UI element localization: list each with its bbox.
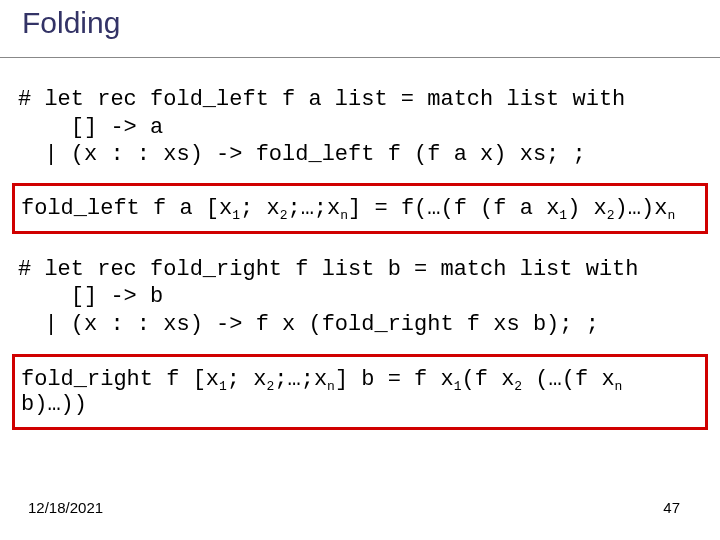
slide: { "title": "Folding", "code1_l1": "# let… (0, 0, 720, 540)
sub: 2 (514, 379, 522, 394)
sub: 1 (232, 208, 240, 223)
code-line: | (x : : xs) -> fold_left f (f a x) xs; … (18, 142, 586, 167)
eq-text: (…(f x (522, 367, 614, 392)
fold-left-equation: fold_left f a [x1; x2;…;xn] = f(…(f (f a… (12, 183, 708, 234)
fold-left-definition: # let rec fold_left f a list = match lis… (0, 58, 720, 169)
sub: n (340, 208, 348, 223)
sub: n (667, 208, 675, 223)
eq-text: ; x (227, 367, 267, 392)
sub: 2 (607, 208, 615, 223)
code-line: # let rec fold_left f a list = match lis… (18, 87, 625, 112)
footer: 12/18/2021 47 (0, 499, 720, 516)
footer-page-number: 47 (663, 499, 680, 516)
eq-text: ] b = f x (335, 367, 454, 392)
sub: n (327, 379, 335, 394)
eq-text: ) x (567, 196, 607, 221)
footer-date: 12/18/2021 (28, 499, 103, 516)
eq-text: )…)x (615, 196, 668, 221)
sub: 1 (219, 379, 227, 394)
eq-text: fold_right f [x (21, 367, 219, 392)
code-line: [] -> a (18, 115, 163, 140)
title-bar: Folding (0, 0, 720, 58)
code-line: | (x : : xs) -> f x (fold_right f xs b);… (18, 312, 599, 337)
eq-text: b)…)) (21, 392, 87, 417)
eq-text: ; x (240, 196, 280, 221)
page-title: Folding (0, 6, 120, 40)
sub: n (615, 379, 623, 394)
eq-text: fold_left f a [x (21, 196, 232, 221)
sub: 1 (454, 379, 462, 394)
fold-right-equation: fold_right f [x1; x2;…;xn] b = f x1(f x2… (12, 354, 708, 430)
eq-text: (f x (462, 367, 515, 392)
content-area: # let rec fold_left f a list = match lis… (0, 58, 720, 430)
code-line: [] -> b (18, 284, 163, 309)
eq-text: ] = f(…(f (f a x (348, 196, 559, 221)
code-line: # let rec fold_right f list b = match li… (18, 257, 639, 282)
fold-right-definition: # let rec fold_right f list b = match li… (0, 234, 720, 339)
eq-text: ;…;x (287, 196, 340, 221)
eq-text: ;…;x (274, 367, 327, 392)
sub: 1 (559, 208, 567, 223)
